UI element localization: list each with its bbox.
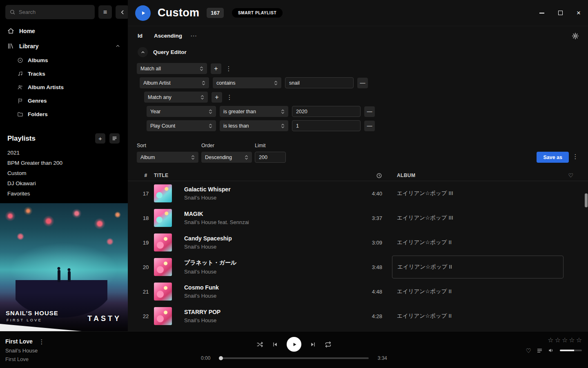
limit-input[interactable]: [255, 152, 286, 163]
sort-field-button[interactable]: Id: [138, 33, 143, 39]
scrollbar-thumb[interactable]: [585, 193, 588, 207]
star-button[interactable]: ☆: [548, 337, 553, 343]
sidebar-item-folders[interactable]: Folders: [0, 108, 128, 121]
order-select[interactable]: Descending: [201, 152, 252, 163]
table-row[interactable]: 19 Candy SpaceshipSnail’s House 3:09 エイリ…: [128, 230, 588, 255]
track-album[interactable]: エイリアン☆ポップ II: [382, 239, 564, 246]
back-button[interactable]: [116, 5, 128, 19]
save-menu-button[interactable]: ⋮: [572, 153, 579, 159]
seek-knob[interactable]: [219, 356, 223, 360]
shuffle-button[interactable]: [256, 341, 263, 348]
group-menu-button[interactable]: ⋮: [226, 94, 233, 100]
track-album-focused[interactable]: エイリアン☆ポップ II: [392, 256, 564, 278]
rule-field-select[interactable]: Album Artist: [140, 77, 209, 88]
table-row[interactable]: 20 プラネット・ガールSnail’s House 3:48 エイリアン☆ポップ…: [128, 255, 588, 279]
sidebar-item-library[interactable]: Library: [0, 38, 128, 54]
volume-button[interactable]: [548, 347, 555, 354]
column-album[interactable]: ALBUM: [382, 173, 564, 178]
settings-button[interactable]: [572, 32, 579, 40]
maximize-button[interactable]: [557, 9, 564, 17]
minimize-button[interactable]: [538, 9, 546, 17]
star-button[interactable]: ☆: [562, 337, 568, 343]
search-box[interactable]: [5, 5, 95, 19]
more-options-button[interactable]: ⋯: [190, 32, 197, 40]
close-icon: ×: [577, 9, 581, 16]
rule-operator-select[interactable]: is greater than: [220, 106, 288, 117]
rule-value-input[interactable]: [285, 77, 354, 88]
table-row[interactable]: 17 Galactic WhisperSnail’s House 4:40 エイ…: [128, 181, 588, 206]
rule-operator-select[interactable]: is less than: [220, 120, 288, 131]
remove-rule-button[interactable]: —: [364, 106, 375, 117]
now-playing-album[interactable]: First Love: [5, 356, 45, 362]
playlist-item[interactable]: 2021: [0, 148, 128, 158]
playlist-list-button[interactable]: [109, 133, 120, 144]
query-editor: Query Editor Match all + ⋮ Album Artist: [128, 42, 588, 163]
remove-rule-button[interactable]: —: [364, 121, 375, 131]
playlist-item[interactable]: Custom: [0, 168, 128, 178]
sidebar-item-genres[interactable]: Genres: [0, 94, 128, 108]
next-track-button[interactable]: [310, 341, 316, 348]
collapse-query-editor-button[interactable]: [138, 47, 148, 57]
sort-select[interactable]: Album: [137, 152, 198, 163]
heart-icon: ♡: [568, 172, 574, 179]
play-playlist-button[interactable]: [135, 5, 151, 21]
column-number[interactable]: #: [138, 173, 154, 178]
seek-slider[interactable]: [219, 357, 369, 359]
sort-direction-button[interactable]: Ascending: [154, 33, 182, 39]
root-match-select[interactable]: Match all: [137, 63, 207, 74]
rule-field-select[interactable]: Year: [147, 106, 216, 117]
search-input[interactable]: [19, 9, 91, 15]
column-duration[interactable]: [376, 173, 382, 179]
star-icon: ☆: [569, 337, 575, 343]
rule-group-menu-button[interactable]: ⋮: [225, 65, 232, 72]
group-match-select[interactable]: Match any: [144, 92, 208, 103]
playlist-item[interactable]: BPM Greater than 200: [0, 158, 128, 168]
volume-slider[interactable]: [560, 350, 582, 351]
previous-track-button[interactable]: [272, 341, 278, 348]
repeat-button[interactable]: [325, 341, 332, 348]
now-playing-artist[interactable]: Snail’s House: [5, 348, 45, 354]
track-album[interactable]: エイリアン☆ポップ III: [382, 190, 564, 197]
remove-rule-button[interactable]: —: [357, 78, 368, 88]
now-playing-album-art[interactable]: SNAIL’S HOUSE FIRST LOVE TASTY: [0, 203, 128, 331]
limit-label: Limit: [255, 143, 286, 148]
select-caret-icon: [200, 65, 203, 72]
star-button[interactable]: ☆: [576, 337, 582, 343]
favorite-button[interactable]: ♡: [526, 348, 531, 354]
kebab-icon: ⋮: [572, 153, 579, 159]
table-row[interactable]: 18 MAGIKSnail’s House feat. Sennzai 3:37…: [128, 206, 588, 230]
kebab-icon: ⋮: [226, 65, 232, 72]
add-rule-button[interactable]: +: [211, 63, 221, 74]
save-as-button[interactable]: Save as: [537, 152, 569, 163]
track-album[interactable]: エイリアン☆ポップ II: [382, 312, 564, 320]
chevron-up-icon: [115, 43, 120, 49]
star-button[interactable]: ☆: [569, 337, 575, 343]
table-row[interactable]: 21 Cosmo FunkSnail’s House 4:48 エイリアン☆ポッ…: [128, 279, 588, 304]
column-title[interactable]: TITLE: [154, 173, 358, 178]
play-icon: [140, 10, 146, 16]
sidebar-item-albums[interactable]: Albums: [0, 54, 128, 67]
rule-field-select[interactable]: Play Count: [147, 120, 216, 131]
table-row[interactable]: 22 STARRY POPSnail’s House 4:28 エイリアン☆ポッ…: [128, 304, 588, 328]
playlist-item[interactable]: DJ Okawari: [0, 178, 128, 188]
column-favorite[interactable]: ♡: [568, 172, 574, 179]
sidebar-item-tracks[interactable]: Tracks: [0, 67, 128, 81]
rule-operator-select[interactable]: contains: [213, 77, 281, 88]
sidebar-item-home[interactable]: Home: [0, 23, 128, 38]
track-album[interactable]: エイリアン☆ポップ II: [382, 288, 564, 295]
sidebar-item-album-artists[interactable]: Album Artists: [0, 81, 128, 94]
playlist-item[interactable]: Favorites: [0, 188, 128, 199]
track-album[interactable]: エイリアン☆ポップ III: [382, 214, 564, 222]
elapsed-time: 0:00: [201, 355, 213, 361]
add-group-rule-button[interactable]: +: [212, 92, 222, 103]
queue-button[interactable]: [537, 348, 543, 354]
play-pause-button[interactable]: [287, 337, 301, 352]
close-button[interactable]: ×: [575, 9, 582, 17]
now-playing-menu-button[interactable]: ⋮: [38, 339, 45, 345]
rule-value-input[interactable]: [292, 120, 361, 131]
rule-value-input[interactable]: [292, 106, 361, 117]
add-playlist-button[interactable]: +: [95, 133, 105, 144]
menu-button[interactable]: ≡: [98, 5, 112, 19]
star-button[interactable]: ☆: [555, 337, 561, 343]
now-playing-title[interactable]: First Love: [5, 338, 33, 345]
